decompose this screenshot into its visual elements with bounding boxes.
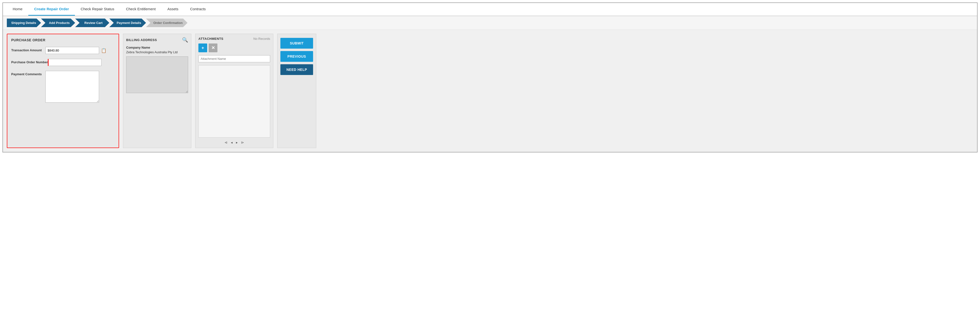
main-content: PURCHASE ORDER Transaction Amount 📋 Purc… — [3, 30, 977, 152]
wizard-bar: Shipping Details Add Products Review Car… — [3, 16, 977, 30]
attachment-list-area — [198, 65, 270, 137]
nav-item-home[interactable]: Home — [7, 3, 28, 16]
wizard-step-confirmation-label[interactable]: Order Confirmation — [146, 19, 188, 27]
wizard-step-payment-label[interactable]: Payment Details — [109, 19, 146, 27]
purchase-order-number-row: Purchase Order Number — [11, 59, 115, 66]
submit-button[interactable]: SUBMIT — [280, 38, 313, 49]
purchase-order-number-label: Purchase Order Number — [11, 59, 48, 64]
wizard-step-cart[interactable]: Review Cart — [75, 19, 109, 27]
company-name-label: Company Name — [126, 46, 188, 50]
payment-comments-textarea[interactable] — [45, 71, 99, 102]
pagination-prev-button[interactable]: ◂ — [230, 140, 234, 145]
transaction-amount-row: Transaction Amount 📋 — [11, 47, 115, 54]
attachments-title: ATTACHMENTS — [198, 37, 224, 40]
payment-comments-label: Payment Comments — [11, 71, 45, 76]
company-name-value: Zebra Technologies Australia Pty Ltd — [126, 50, 188, 54]
nav-item-assets[interactable]: Assets — [162, 3, 184, 16]
attachments-header: ATTACHMENTS No Records — [198, 37, 270, 40]
document-icon[interactable]: 📋 — [101, 48, 107, 53]
transaction-amount-input-group: 📋 — [45, 47, 115, 54]
purchase-order-number-input-group — [48, 59, 115, 66]
wizard-step-products-label[interactable]: Add Products — [41, 19, 75, 27]
previous-button[interactable]: PREVIOUS — [280, 51, 313, 62]
attachment-buttons: + ✕ — [198, 43, 270, 52]
billing-title: BILLING ADDRESS — [126, 38, 157, 42]
transaction-amount-label: Transaction Amount — [11, 47, 45, 52]
attachment-name-input[interactable] — [198, 55, 270, 62]
billing-header: BILLING ADDRESS 🔍 — [126, 37, 188, 43]
wizard-step-shipping[interactable]: Shipping Details — [7, 19, 41, 27]
payment-comments-row: Payment Comments — [11, 71, 115, 102]
billing-address-section: BILLING ADDRESS 🔍 Company Name Zebra Tec… — [123, 34, 191, 148]
payment-comments-input-group — [45, 71, 115, 102]
wizard-step-shipping-label[interactable]: Shipping Details — [7, 19, 41, 27]
nav-item-create-repair-order[interactable]: Create Repair Order — [28, 3, 75, 16]
need-help-button[interactable]: NEED HELP — [280, 64, 313, 75]
add-attachment-button[interactable]: + — [198, 43, 207, 52]
purchase-order-title: PURCHASE ORDER — [11, 38, 115, 42]
nav-item-check-entitlement[interactable]: Check Entitlement — [120, 3, 162, 16]
pagination-first-button[interactable]: ⊲ — [224, 140, 228, 145]
purchase-order-section: PURCHASE ORDER Transaction Amount 📋 Purc… — [7, 34, 119, 148]
attachments-section: ATTACHMENTS No Records + ✕ ⊲ ◂ ▸ ⊳ — [195, 34, 273, 148]
wizard-step-cart-label[interactable]: Review Cart — [75, 19, 109, 27]
pagination-next-button[interactable]: ▸ — [235, 140, 239, 145]
wizard-step-confirmation[interactable]: Order Confirmation — [146, 19, 188, 27]
pagination-last-button[interactable]: ⊳ — [240, 140, 245, 145]
nav-item-check-repair-status[interactable]: Check Repair Status — [75, 3, 120, 16]
wizard-step-payment[interactable]: Payment Details — [109, 19, 146, 27]
transaction-amount-input[interactable] — [45, 47, 99, 54]
remove-attachment-button[interactable]: ✕ — [208, 43, 218, 52]
nav-item-contracts[interactable]: Contracts — [184, 3, 212, 16]
purchase-order-number-input[interactable] — [48, 59, 102, 66]
no-records-text: No Records — [253, 37, 270, 40]
pagination-bar: ⊲ ◂ ▸ ⊳ — [198, 140, 270, 145]
billing-address-textarea[interactable] — [126, 56, 188, 93]
action-buttons-section: SUBMIT PREVIOUS NEED HELP — [277, 34, 316, 148]
billing-search-icon[interactable]: 🔍 — [182, 37, 188, 43]
nav-bar: Home Create Repair Order Check Repair St… — [3, 3, 977, 16]
wizard-step-products[interactable]: Add Products — [41, 19, 75, 27]
